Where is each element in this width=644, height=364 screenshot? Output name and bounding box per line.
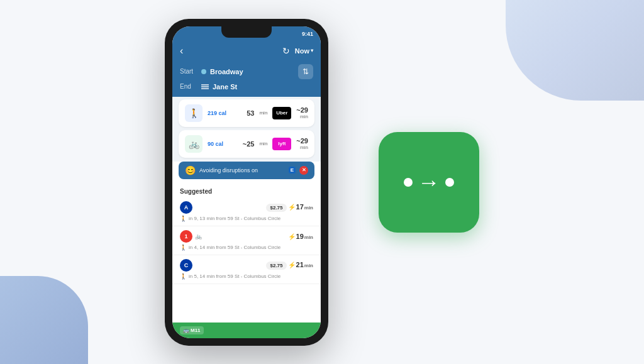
walk-total: ~29 min xyxy=(296,106,308,119)
main-container: 9:41 ‹ ↻ Now ▾ Start Broadway xyxy=(0,0,644,364)
phone-notch xyxy=(221,26,272,38)
transit-badges-1: 1 🚲 xyxy=(180,230,202,243)
bike-total-time: ~29 xyxy=(296,137,308,145)
route-cards: 🚶 219 cal 53 min Uber ~29 min 🚲 xyxy=(172,97,321,162)
transit-right-1: ⚡ 19 min xyxy=(288,233,313,240)
end-row: End Jane St xyxy=(180,83,313,91)
route-card-walk[interactable]: 🚶 219 cal 53 min Uber ~29 min xyxy=(179,99,314,127)
walk-icon-1: 🚶 xyxy=(180,245,187,251)
now-dropdown[interactable]: Now ▾ xyxy=(295,47,313,55)
transit-badges-a: A xyxy=(180,201,192,214)
route-inputs: Start Broadway ⇅ End Jane St xyxy=(172,60,321,97)
chevron-down-icon: ▾ xyxy=(311,48,313,53)
phone-mockup: 9:41 ‹ ↻ Now ▾ Start Broadway xyxy=(165,19,328,346)
end-value[interactable]: Jane St xyxy=(213,83,313,91)
nav-right: ↻ Now ▾ xyxy=(282,46,313,56)
phone-screen: 9:41 ‹ ↻ Now ▾ Start Broadway xyxy=(172,26,321,338)
bolt-icon-c: ⚡ xyxy=(288,262,296,268)
alert-close-icon[interactable]: ✕ xyxy=(299,166,308,175)
transit-top-a: A $2.75 ⚡ 17 min xyxy=(180,201,313,214)
transit-row-1[interactable]: 1 🚲 ⚡ 19 min 🚶 in 4, xyxy=(172,226,321,255)
transit-right-c: $2.75 ⚡ 21 min xyxy=(266,261,313,270)
walk-total-unit: min xyxy=(300,114,308,119)
app-icon: → xyxy=(379,132,479,233)
walk-stats: 219 cal xyxy=(208,110,242,116)
bike-time: ~25 xyxy=(243,140,255,148)
line-1-badge: 1 xyxy=(180,230,192,243)
bike-mode-icon: 🚲 xyxy=(185,135,203,153)
line-a-badge: A xyxy=(180,201,192,214)
min-c: min xyxy=(304,263,313,268)
bolt-time-c: ⚡ 21 min xyxy=(288,261,313,268)
suggested-label: Suggested xyxy=(172,183,321,197)
start-value[interactable]: Broadway xyxy=(210,68,294,75)
start-row: Start Broadway ⇅ xyxy=(180,64,313,79)
bolt-time-1: ⚡ 19 min xyxy=(288,233,313,240)
transit-row-c[interactable]: C $2.75 ⚡ 21 min 🚶 in xyxy=(172,255,321,284)
bolt-icon-a: ⚡ xyxy=(288,204,296,211)
alert-bar: 😊 Avoiding disruptions on E ✕ xyxy=(179,162,314,179)
swap-button[interactable]: ⇅ xyxy=(298,64,313,79)
walk-total-time: ~29 xyxy=(296,106,308,114)
start-dot-icon xyxy=(201,69,206,74)
bike-total: ~29 min xyxy=(296,137,308,150)
transit-right-a: $2.75 ⚡ 17 min xyxy=(266,203,313,212)
walk-icon-c: 🚶 xyxy=(180,273,187,280)
now-label: Now xyxy=(295,47,309,55)
status-time: 9:41 xyxy=(302,31,313,37)
min-a: min xyxy=(304,205,313,211)
start-label: Start xyxy=(180,68,197,75)
bike-time-unit: min xyxy=(259,141,267,146)
end-lines-icon xyxy=(201,84,209,89)
transit-sub-1: 🚶 in 4, 14 min from 59 St - Columbus Cir… xyxy=(180,245,313,251)
transit-top-1: 1 🚲 ⚡ 19 min xyxy=(180,230,313,243)
alert-face-icon: 😊 xyxy=(185,165,196,175)
bike-calories: 90 cal xyxy=(208,141,238,147)
time-val-a: 17 xyxy=(296,203,304,211)
refresh-button[interactable]: ↻ xyxy=(282,46,290,56)
transit-row-a[interactable]: A $2.75 ⚡ 17 min 🚶 in xyxy=(172,197,321,226)
time-val-c: 21 xyxy=(296,261,304,268)
walk-time-unit: min xyxy=(259,110,267,116)
transit-badges-c: C xyxy=(180,259,192,272)
transit-sub-c: 🚶 in 5, 14 min from 59 St - Columbus Cir… xyxy=(180,273,313,280)
end-label: End xyxy=(180,83,197,90)
app-icon-inner: → xyxy=(404,169,454,196)
walk-time: 53 xyxy=(247,109,254,117)
min-1: min xyxy=(304,234,313,240)
left-dot-icon xyxy=(404,178,413,187)
bus-label: M11 xyxy=(191,328,201,333)
back-button[interactable]: ‹ xyxy=(180,45,183,57)
walk-icon-a: 🚶 xyxy=(180,216,187,222)
walk-mode-icon: 🚶 xyxy=(185,104,203,122)
nav-bar: ‹ ↻ Now ▾ xyxy=(172,41,321,60)
line-c-badge: C xyxy=(180,259,192,272)
bike-icon-1: 🚲 xyxy=(195,233,202,240)
transit-sub-text-a: in 9, 13 min from 59 St - Columbus Circl… xyxy=(189,216,280,221)
suggested-section: Suggested A $2.75 ⚡ 17 min xyxy=(172,183,321,323)
transit-sub-text-c: in 5, 14 min from 59 St - Columbus Circl… xyxy=(189,273,280,279)
e-line-badge: E xyxy=(289,167,296,174)
bottom-bar: 🚌 M11 xyxy=(172,323,321,338)
transit-sub-text-1: in 4, 14 min from 59 St - Columbus Circl… xyxy=(189,245,280,250)
alert-text: Avoiding disruptions on xyxy=(199,167,285,174)
bus-icon: 🚌 xyxy=(183,328,189,333)
time-val-1: 19 xyxy=(296,233,304,240)
lyft-badge[interactable]: lyft xyxy=(272,138,291,150)
right-dot-icon xyxy=(445,178,454,187)
bike-total-unit: min xyxy=(300,145,308,150)
transit-sub-a: 🚶 in 9, 13 min from 59 St - Columbus Cir… xyxy=(180,216,313,222)
transit-top-c: C $2.75 ⚡ 21 min xyxy=(180,259,313,272)
route-card-bike[interactable]: 🚲 90 cal ~25 min lyft ~29 min xyxy=(179,130,314,158)
walk-calories: 219 cal xyxy=(208,110,242,116)
bolt-icon-1: ⚡ xyxy=(288,233,296,240)
bike-stats: 90 cal xyxy=(208,141,238,147)
uber-badge[interactable]: Uber xyxy=(272,107,291,119)
bolt-time-a: ⚡ 17 min xyxy=(288,203,313,211)
price-c: $2.75 xyxy=(266,262,286,270)
bus-badge[interactable]: 🚌 M11 xyxy=(180,326,204,334)
price-a: $2.75 xyxy=(266,204,286,212)
arrow-right-icon: → xyxy=(418,169,440,196)
